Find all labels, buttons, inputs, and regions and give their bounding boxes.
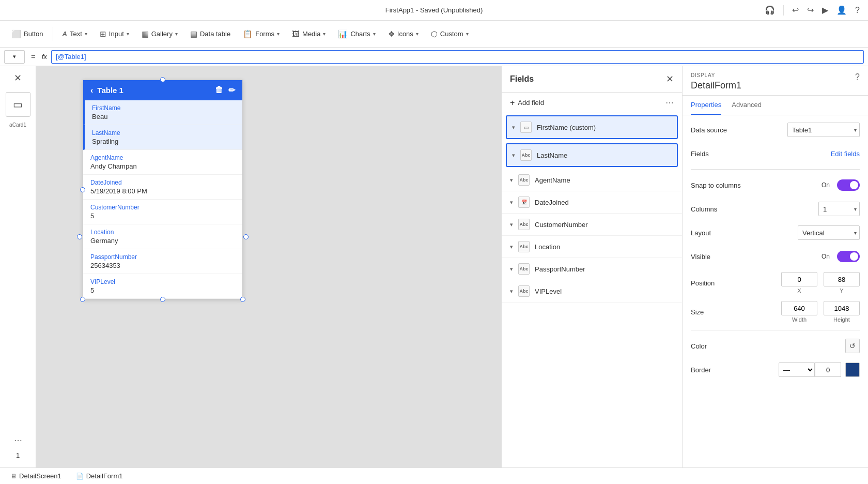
field-item-viplevel[interactable]: ▾ Abc VIPLevel (502, 280, 682, 303)
help-icon[interactable]: ? (855, 6, 860, 15)
field-item-passportnumber[interactable]: ▾ Abc PassportNumber (502, 258, 682, 280)
toolbar-custom[interactable]: ⬡ Custom ▾ (426, 26, 474, 42)
field-item-agentname[interactable]: ▾ Abc AgentName (502, 169, 682, 191)
field-item-lastname[interactable]: ▾ Abc LastName (506, 143, 678, 167)
toolbar-button[interactable]: ⬜ Button (6, 26, 49, 42)
field-item-datejoined[interactable]: ▾ 📅 DateJoined (502, 191, 682, 214)
delete-icon[interactable]: 🗑 (215, 85, 223, 95)
resize-handle-right[interactable] (243, 234, 249, 239)
form-card[interactable]: ‹ Table 1 🗑 ✏ FirstName Beau LastN (83, 80, 243, 299)
field-chevron-viplevel: ▾ (510, 288, 513, 295)
field-item-customernumber[interactable]: ▾ Abc CustomerNumber (502, 214, 682, 236)
sidebar-more-icon[interactable]: ⋯ (14, 435, 22, 445)
tab-advanced[interactable]: Advanced (732, 96, 762, 115)
size-h-input[interactable] (824, 301, 860, 315)
user-icon[interactable]: 👤 (836, 5, 847, 15)
size-label: Size (691, 308, 742, 316)
form-field-passportnumber[interactable]: PassportNumber 25634353 (83, 249, 242, 274)
field-item-location[interactable]: ▾ Abc Location (502, 236, 682, 258)
toolbar-charts[interactable]: 📊 Charts ▾ (333, 26, 380, 42)
border-color-swatch[interactable] (845, 362, 860, 377)
datasource-select[interactable]: Table1 (787, 123, 860, 137)
toolbar-charts-label: Charts (350, 30, 370, 38)
help-icon[interactable]: ? (855, 72, 860, 82)
forms-icon: 📋 (243, 29, 253, 39)
pos-y-group: Y (824, 272, 860, 294)
pos-x-input[interactable] (781, 272, 817, 286)
datasource-dropdown-wrap[interactable]: Table1 (787, 123, 860, 137)
bottom-tab-detailform[interactable]: 📄 DetailForm1 (70, 470, 129, 482)
formula-scope-dropdown[interactable]: ▾ (4, 50, 25, 64)
snap-toggle[interactable] (837, 179, 860, 191)
canvas-background: ‹ Table 1 🗑 ✏ FirstName Beau LastN (36, 66, 501, 467)
play-icon[interactable]: ▶ (822, 5, 828, 15)
toolbar-datatable[interactable]: ▤ Data table (185, 26, 236, 42)
field-type-custom: ▭ (520, 122, 532, 133)
forms-chevron: ▾ (277, 31, 280, 37)
toolbar-media[interactable]: 🖼 Media ▾ (287, 26, 331, 41)
add-field-more-icon[interactable]: ⋯ (665, 98, 674, 108)
resize-handle-bottom-right[interactable] (240, 297, 245, 302)
tab-properties[interactable]: Properties (691, 96, 721, 115)
app-title: FirstApp1 - Saved (Unpublished) (385, 6, 483, 14)
columns-select[interactable]: 1 (818, 202, 860, 216)
media-icon: 🖼 (292, 29, 300, 38)
toolbar-icons[interactable]: ❖ Icons ▾ (383, 26, 424, 42)
form-field-location[interactable]: Location Germany (83, 224, 242, 249)
field-chevron-lastname: ▾ (512, 152, 515, 159)
toolbar-gallery[interactable]: ▦ Gallery ▾ (136, 26, 183, 42)
border-style-select[interactable]: — (779, 362, 815, 377)
size-w-input[interactable] (781, 301, 817, 315)
form-field-customernumber-value: 5 (90, 212, 235, 220)
toolbar-gallery-label: Gallery (151, 30, 173, 38)
form-field-firstname[interactable]: FirstName Beau (83, 100, 242, 125)
form-field-location-label: Location (90, 229, 235, 236)
charts-icon: 📊 (338, 29, 348, 39)
fields-panel-close-icon[interactable]: ✕ (666, 73, 674, 85)
field-chevron-firstname: ▾ (512, 124, 515, 131)
form-field-lastname[interactable]: LastName Spratling (83, 125, 242, 150)
fields-panel-header: Fields ✕ (502, 66, 682, 93)
prop-border: Border — (691, 361, 860, 378)
pos-y-input[interactable] (824, 272, 860, 286)
undo-icon[interactable]: ↩ (792, 5, 799, 15)
edit-fields-link[interactable]: Edit fields (831, 150, 860, 158)
layout-dropdown-wrap[interactable]: Vertical (798, 225, 860, 240)
resize-handle-left[interactable] (77, 234, 82, 239)
form-field-customernumber[interactable]: CustomerNumber 5 (83, 200, 242, 224)
color-reset-icon[interactable]: ↺ (845, 339, 860, 353)
properties-header: DISPLAY DetailForm1 ? (683, 66, 868, 96)
edit-icon[interactable]: ✏ (228, 85, 235, 95)
datasource-label: Data source (691, 126, 742, 134)
columns-dropdown-wrap[interactable]: 1 (818, 202, 860, 216)
text-chevron: ▾ (85, 31, 87, 37)
form-field-lastname-label: LastName (92, 129, 235, 137)
formula-input[interactable] (51, 50, 864, 64)
resize-handle-mid-left[interactable] (80, 187, 85, 192)
layout-select[interactable]: Vertical (798, 225, 860, 240)
resize-handle-top[interactable] (160, 77, 165, 82)
formula-fx-label: fx (42, 53, 47, 61)
form-card-body: FirstName Beau LastName Spratling AgentN… (83, 100, 242, 299)
toolbar-text[interactable]: A Text ▾ (57, 27, 92, 41)
form-field-agentname[interactable]: AgentName Andy Champan (83, 150, 242, 175)
add-field-row[interactable]: + Add field ⋯ (502, 93, 682, 113)
resize-handle-bottom[interactable] (160, 297, 165, 302)
field-item-firstname[interactable]: ▾ ▭ FirstName (custom) (506, 115, 678, 139)
toolbar: ⬜ Button A Text ▾ ⊞ Input ▾ ▦ Gallery ▾ … (0, 21, 868, 48)
toolbar-input[interactable]: ⊞ Input ▾ (95, 26, 134, 42)
visible-toggle[interactable] (837, 251, 860, 262)
sidebar-card-item[interactable]: ▭ (6, 92, 30, 117)
resize-handle-bottom-left[interactable] (80, 297, 85, 302)
back-icon[interactable]: ‹ (90, 86, 93, 95)
toolbar-forms[interactable]: 📋 Forms ▾ (238, 26, 285, 42)
form-field-datejoined[interactable]: DateJoined 5/19/2019 8:00 PM (83, 175, 242, 200)
border-width-input[interactable] (815, 362, 841, 377)
gallery-icon: ▦ (142, 29, 149, 39)
form-field-viplevel[interactable]: VIPLevel 5 (83, 274, 242, 299)
sidebar-close-icon[interactable]: ✕ (12, 70, 24, 86)
headset-icon[interactable]: 🎧 (765, 5, 775, 15)
bottom-tab-detailscreen[interactable]: 🖥 DetailScreen1 (4, 470, 68, 482)
redo-icon[interactable]: ↪ (807, 5, 814, 15)
toolbar-media-label: Media (302, 30, 320, 38)
